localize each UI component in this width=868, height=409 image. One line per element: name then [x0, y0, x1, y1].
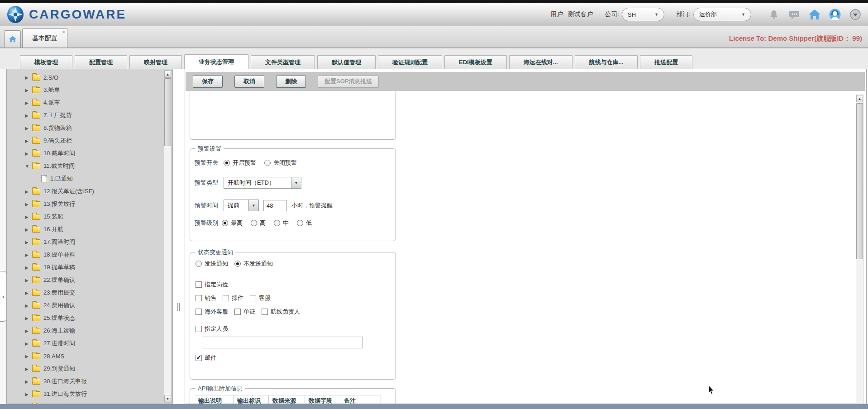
expand-arrow-icon[interactable]: ▶ [25, 328, 32, 333]
tree-scrollbar-thumb[interactable] [164, 78, 171, 146]
tree-item[interactable]: ▶22.提单确认 [7, 274, 164, 286]
ribbon-tab-6[interactable]: 验证规则配置 [378, 55, 442, 69]
tree-item[interactable]: ▶31.进口海关放行 [7, 388, 164, 400]
expand-arrow-icon[interactable]: ▶ [25, 379, 32, 384]
toolbar-button-0[interactable]: 保存 [193, 76, 223, 88]
radio-level-highest[interactable] [222, 220, 228, 226]
radio-level-high[interactable] [251, 220, 257, 226]
tree-item[interactable]: ▼11.截关时间 [7, 160, 164, 172]
expand-arrow-icon[interactable]: ▶ [25, 75, 32, 80]
tree-item[interactable]: ▶17.离港时间 [7, 236, 164, 248]
expand-arrow-icon[interactable]: ▶ [25, 113, 32, 118]
expand-arrow-icon[interactable]: ▶ [25, 100, 32, 105]
tree-item[interactable]: 1.已通知 [7, 172, 164, 185]
tab-basic-config[interactable]: 基本配置 × [22, 29, 67, 48]
ribbon-tab-5[interactable]: 默认值管理 [317, 55, 376, 69]
checkbox-doc[interactable] [234, 309, 241, 315]
checkbox-cs[interactable] [250, 295, 256, 301]
alert-time-mode-combo[interactable]: 提前 ▼ [224, 200, 259, 211]
tree-item[interactable]: ▶13.报关放行 [7, 198, 164, 210]
checkbox-post[interactable] [196, 281, 202, 288]
expand-arrow-icon[interactable]: ▶ [25, 278, 32, 283]
ribbon-tab-2[interactable]: 映射管理 [129, 55, 182, 69]
tree-item[interactable]: ▶12.报关单证(含ISF) [7, 185, 164, 198]
checkbox-operation[interactable] [223, 295, 229, 301]
tree-item[interactable]: ▶15.装船 [7, 210, 164, 223]
tree-item[interactable]: ▶25.提单状态 [7, 312, 164, 324]
tree-item[interactable]: ▶19.提单草稿 [7, 261, 164, 274]
expand-arrow-icon[interactable]: ▶ [25, 265, 32, 270]
expand-arrow-icon[interactable]: ▶ [25, 240, 32, 245]
ribbon-tab-10[interactable]: 推送配置 [640, 55, 692, 69]
checkbox-sales[interactable] [196, 295, 202, 301]
chevron-down-icon[interactable]: ▼ [248, 200, 259, 211]
checkbox-route-owner[interactable] [262, 309, 268, 315]
tree-item[interactable]: ▶9.码头还柜 [7, 134, 164, 147]
expand-panel-handle[interactable]: › [0, 271, 7, 322]
tree-item[interactable]: ▶2.S/O [7, 71, 164, 84]
radio-level-mid[interactable] [274, 220, 280, 226]
checkbox-person[interactable] [196, 326, 202, 332]
expand-arrow-icon[interactable]: ▶ [25, 303, 32, 308]
tree-item[interactable]: ▶10.截单时间 [7, 147, 164, 160]
expand-arrow-icon[interactable]: ▶ [25, 214, 32, 219]
ribbon-tab-8[interactable]: 海运在线对... [509, 55, 572, 69]
checkbox-overseas-cs[interactable] [196, 309, 202, 315]
expand-arrow-icon[interactable]: ▶ [25, 290, 32, 295]
dept-select[interactable]: 运价部 ▼ [693, 8, 751, 21]
company-select[interactable]: SH ▼ [622, 8, 664, 21]
ribbon-tab-0[interactable]: 模板管理 [20, 55, 72, 69]
alert-type-combo[interactable]: 开航时间（ETD） ▼ [224, 177, 301, 189]
tree-item[interactable]: ▶30.进口海关申报 [7, 375, 164, 388]
expand-arrow-icon[interactable]: ▶ [25, 202, 32, 207]
collapse-header-icon[interactable] [849, 8, 862, 21]
tree-item[interactable]: ▶24.费用确认 [7, 299, 164, 312]
tree-item[interactable]: ▶23.费用提交 [7, 286, 164, 299]
main-scrollbar-thumb[interactable] [856, 103, 863, 259]
ribbon-tab-7[interactable]: EDI模板设置 [444, 55, 507, 69]
tree-item[interactable]: ▶27.进港时间 [7, 337, 164, 350]
radio-send-notice[interactable] [196, 261, 202, 267]
message-chat-icon[interactable] [788, 8, 801, 21]
ribbon-tab-9[interactable]: 航线与仓库... [575, 55, 638, 69]
expand-arrow-icon[interactable]: ▶ [25, 88, 32, 93]
chevron-down-icon[interactable]: ▼ [291, 177, 301, 189]
main-scrollbar[interactable]: ▲ [856, 95, 863, 404]
person-input[interactable] [202, 337, 363, 348]
expand-arrow-icon[interactable]: ▶ [25, 252, 32, 257]
tree-item[interactable]: ▶29.到货通知 [7, 362, 164, 375]
expand-arrow-icon[interactable]: ▶ [25, 316, 32, 321]
collapse-arrow-icon[interactable]: ▼ [25, 164, 32, 169]
expand-arrow-icon[interactable]: ▶ [25, 227, 32, 232]
tree-item[interactable]: ▶28.AMS [7, 350, 164, 362]
tree-item[interactable]: ▶3.舱单 [7, 84, 164, 96]
expand-arrow-icon[interactable]: ▶ [25, 138, 32, 143]
tree-item[interactable]: ▶4.派车 [7, 96, 164, 109]
home-icon[interactable] [808, 8, 821, 21]
notification-bell-icon[interactable] [768, 8, 780, 21]
tree-item[interactable]: ▶8.货物装箱 [7, 122, 164, 134]
tree-item[interactable]: ▶18.提单补料 [7, 248, 164, 261]
radio-alert-off[interactable] [264, 160, 271, 166]
expand-arrow-icon[interactable]: ▶ [25, 354, 32, 359]
expand-arrow-icon[interactable]: ▶ [25, 341, 32, 346]
checkbox-mail[interactable] [196, 355, 202, 361]
ribbon-tab-1[interactable]: 配置管理 [75, 55, 127, 69]
expand-arrow-icon[interactable]: ▶ [25, 126, 32, 131]
tree-item[interactable]: ▶16.开航 [7, 223, 164, 236]
scroll-up-icon[interactable]: ▲ [164, 71, 171, 78]
expand-arrow-icon[interactable]: ▶ [25, 392, 32, 397]
home-tab[interactable] [4, 30, 21, 48]
close-icon[interactable]: × [62, 30, 65, 34]
tree-scrollbar[interactable]: ▲ ▼ [164, 70, 172, 403]
radio-no-notice[interactable] [234, 261, 241, 267]
ribbon-tab-3[interactable]: 业务状态管理 [184, 54, 248, 69]
radio-level-low[interactable] [297, 220, 303, 226]
scroll-up-icon[interactable]: ▲ [856, 95, 863, 102]
toolbar-button-1[interactable]: 取消 [234, 76, 264, 88]
radio-alert-on[interactable] [224, 160, 230, 166]
panel-splitter[interactable] [173, 69, 185, 404]
support-headset-icon[interactable] [829, 8, 841, 21]
scroll-down-icon[interactable]: ▼ [164, 395, 171, 402]
expand-arrow-icon[interactable]: ▶ [25, 366, 32, 371]
